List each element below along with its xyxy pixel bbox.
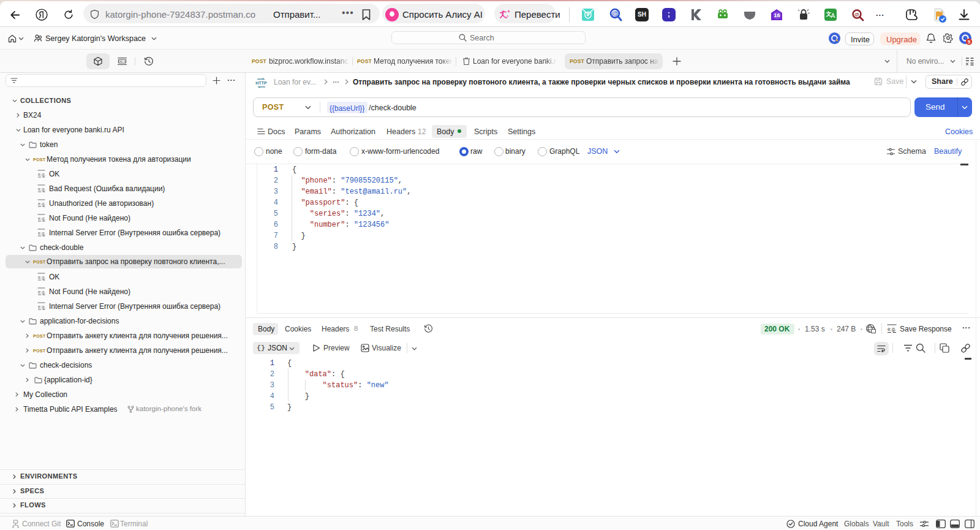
svg-text:e.g.: e.g. <box>38 304 45 309</box>
svg-text:16: 16 <box>774 12 780 18</box>
svg-text:HTTP: HTTP <box>255 81 267 85</box>
svg-text:e.g.: e.g. <box>38 216 45 221</box>
svg-text:e.g.: e.g. <box>38 289 45 295</box>
svg-text:5: 5 <box>968 39 970 45</box>
svg-text:e.g.: e.g. <box>38 230 45 236</box>
svg-text:e.g.: e.g. <box>38 274 45 280</box>
svg-text:e.g.: e.g. <box>38 172 45 177</box>
svg-text:文: 文 <box>826 11 832 17</box>
svg-text:@: @ <box>854 12 859 17</box>
svg-text:e.g.: e.g. <box>888 326 896 332</box>
svg-text:e.g.: e.g. <box>38 201 45 206</box>
svg-text:e.g.: e.g. <box>38 186 45 192</box>
svg-text:@: @ <box>612 10 619 17</box>
